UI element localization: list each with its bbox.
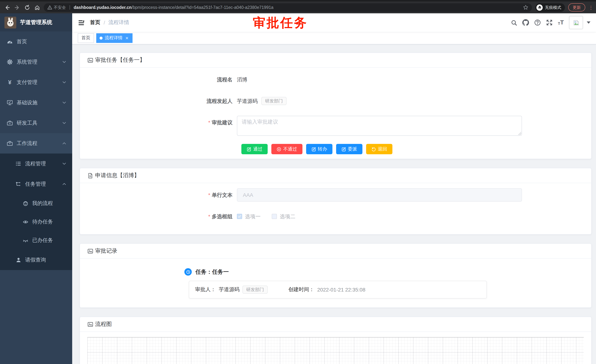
sidebar-item-label: 任务管理: [25, 181, 59, 187]
font-size-icon[interactable]: TT: [558, 20, 564, 26]
card-header: 审批任务【任务一】: [80, 53, 591, 68]
sidebar-item-my-process[interactable]: 我的流程: [0, 194, 72, 213]
bookmark-star-icon[interactable]: [523, 5, 528, 10]
url-text: dashboard.yudao.iocoder.cn/bpm/process-i…: [74, 5, 521, 10]
card-title: 审批任务【任务一】: [95, 57, 145, 64]
opinion-textarea[interactable]: [237, 116, 522, 136]
field-label: 流程发起人: [87, 94, 237, 108]
return-button[interactable]: 退回: [366, 144, 392, 154]
field-label-required: 多选框组: [87, 210, 237, 223]
transfer-button[interactable]: 转办: [306, 144, 332, 154]
eye-icon: [22, 219, 29, 225]
security-status[interactable]: 不安全: [47, 5, 66, 10]
annotation-overlay: 审批任务: [253, 15, 308, 31]
address-bar[interactable]: 不安全 dashboard.yudao.iocoder.cn/bpm/proce…: [44, 3, 532, 12]
button-label: 转办: [318, 146, 327, 152]
reject-button[interactable]: 不通过: [271, 144, 302, 154]
approve-button[interactable]: 通过: [241, 144, 268, 154]
sidebar-item-process-mgmt[interactable]: 流程管理: [0, 153, 72, 174]
button-label: 退回: [378, 146, 387, 152]
github-icon[interactable]: [522, 19, 529, 26]
eye-closed-icon: [22, 238, 29, 243]
document-icon: [87, 173, 93, 178]
sidebar-toggle-icon[interactable]: [78, 19, 85, 26]
sidebar-item-label: 请假查询: [25, 256, 67, 263]
checkbox-unchecked-icon: [272, 214, 277, 219]
page-content: 审批任务【任务一】 流程名 滔博 流程发起人 芋道源码 研发部门: [72, 44, 596, 364]
process-name-value: 滔博: [237, 73, 247, 86]
tags-view: 首页 流程详情: [72, 32, 596, 44]
sidebar-item-task-mgmt[interactable]: 任务管理: [0, 174, 72, 194]
avatar-dropdown-icon[interactable]: [587, 22, 590, 24]
picture-icon: [87, 321, 93, 327]
workflow-submenu: 流程管理 任务管理 我的流程: [0, 153, 72, 270]
bpmn-grid-canvas[interactable]: [87, 337, 584, 364]
dashboard-icon: [7, 38, 13, 45]
browser-toolbar: 不安全 dashboard.yudao.iocoder.cn/bpm/proce…: [0, 0, 596, 13]
picture-icon: [87, 57, 93, 63]
logo-image: [4, 16, 16, 28]
button-label: 委派: [348, 146, 357, 152]
sidebar-item-devtools[interactable]: 研发工具: [0, 113, 72, 133]
resize-handle[interactable]: [518, 132, 521, 135]
dept-tag: 研发部门: [242, 286, 268, 294]
incognito-icon: [536, 4, 543, 11]
card-title: 流程图: [95, 321, 112, 328]
checkbox-checked-icon: [237, 214, 242, 219]
home-icon[interactable]: [34, 4, 40, 11]
incognito-label: 无痕模式: [545, 5, 561, 10]
checkbox-label: 选项一: [245, 210, 261, 223]
sidebar-item-label: 工作流程: [17, 140, 59, 147]
active-dot: [100, 36, 103, 39]
reload-icon[interactable]: [24, 4, 30, 11]
url-host: dashboard.yudao.iocoder.cn: [74, 5, 132, 10]
breadcrumb-home[interactable]: 首页: [90, 19, 100, 26]
sidebar-item-label: 首页: [17, 38, 67, 45]
browser-menu-icon[interactable]: ⋮: [589, 5, 592, 10]
button-label: 通过: [253, 146, 262, 152]
card-title: 审批记录: [95, 248, 117, 255]
back-icon[interactable]: [4, 4, 10, 11]
sidebar: 芋道管理系统 首页 系统管理 ¥ 支付管: [0, 13, 72, 364]
app-title: 芋道管理系统: [20, 19, 52, 26]
process-diagram-card: 流程图: [80, 317, 592, 364]
field-label: 流程名: [87, 73, 237, 86]
breadcrumb-separator: /: [104, 20, 105, 26]
delegate-button[interactable]: 委派: [336, 144, 362, 154]
sidebar-item-done-tasks[interactable]: 已办任务: [0, 231, 72, 250]
tab-home[interactable]: 首页: [78, 33, 94, 43]
update-button[interactable]: 更新: [568, 3, 585, 11]
search-icon[interactable]: [511, 19, 517, 26]
chevron-down-icon: [62, 80, 66, 84]
approve-task-card: 审批任务【任务一】 流程名 滔博 流程发起人 芋道源码 研发部门: [80, 52, 592, 159]
close-icon[interactable]: [125, 36, 129, 40]
gear-icon: [7, 59, 13, 65]
dept-tag: 研发部门: [261, 97, 287, 105]
fullscreen-icon[interactable]: [546, 19, 553, 26]
chevron-down-icon: [62, 101, 66, 105]
single-line-text-input: [237, 188, 522, 202]
sidebar-item-infra[interactable]: 基础设施: [0, 93, 72, 113]
chevron-down-icon: [62, 60, 66, 64]
help-icon[interactable]: [534, 19, 541, 26]
approval-timeline: 任务：任务一 审批人：芋道源码 研发部门 创建时间： 202: [87, 266, 584, 298]
initiator-value: 芋道源码: [237, 94, 258, 108]
tab-label: 首页: [82, 35, 90, 41]
approve-record-card: 审批记录 任务：任务一 审批人：: [80, 243, 592, 308]
app-logo[interactable]: 芋道管理系统: [0, 13, 72, 31]
sidebar-item-todo-tasks[interactable]: 待办任务: [0, 213, 72, 231]
card-body: 流程名 滔博 流程发起人 芋道源码 研发部门 审批建议: [80, 68, 591, 159]
forward-icon[interactable]: [14, 4, 20, 11]
sidebar-item-system[interactable]: 系统管理: [0, 52, 72, 72]
monitor-icon: [7, 100, 13, 106]
avatar[interactable]: [569, 16, 583, 29]
sidebar-item-workflow[interactable]: 工作流程: [0, 133, 72, 153]
assignee-label: 审批人：: [195, 286, 216, 293]
sidebar-item-leave-query[interactable]: 请假查询: [0, 250, 72, 270]
assignee-value: 芋道源码: [219, 286, 239, 293]
tab-process-detail[interactable]: 流程详情: [96, 33, 133, 43]
tab-label: 流程详情: [105, 35, 123, 41]
sidebar-item-home[interactable]: 首页: [0, 31, 72, 52]
sidebar-item-payment[interactable]: ¥ 支付管理: [0, 72, 72, 93]
card-header: 审批记录: [80, 244, 591, 259]
